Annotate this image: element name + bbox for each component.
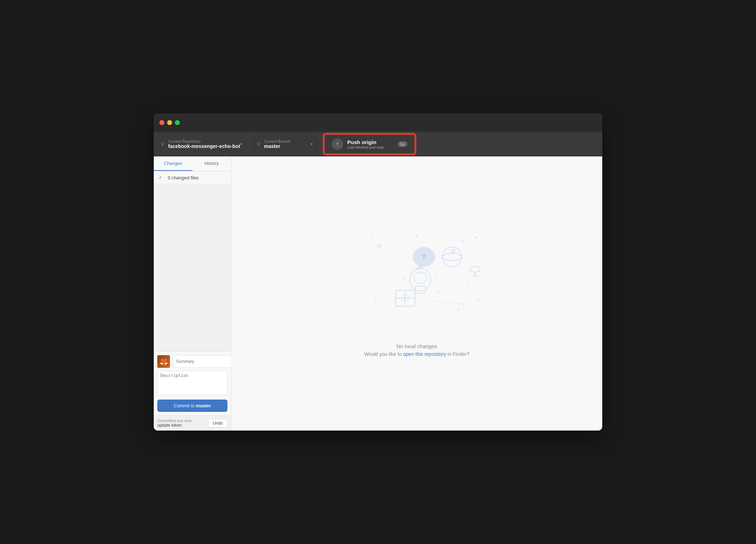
svg-text:+: +: [477, 296, 480, 302]
svg-rect-3: [451, 249, 455, 253]
toolbar: ⑂ Current Repository facebook-messenger-…: [154, 132, 602, 156]
avatar-summary-row: 🦊: [157, 355, 227, 368]
checkbox-icon[interactable]: ✓: [159, 175, 164, 180]
push-count-badge: 1+: [398, 141, 407, 147]
svg-text:?: ?: [421, 252, 426, 261]
current-repository-button[interactable]: ⑂ Current Repository facebook-messenger-…: [154, 132, 250, 156]
push-origin-button[interactable]: ↑ Push origin Last fetched just now 1+: [324, 134, 415, 154]
last-commit-message: update token: [157, 423, 191, 428]
svg-rect-1: [377, 244, 381, 248]
svg-text:◇: ◇: [434, 273, 437, 277]
minimize-button[interactable]: [167, 120, 172, 125]
tab-changes[interactable]: Changes: [154, 156, 193, 171]
current-branch-button[interactable]: ⑂ Current Branch master ▾: [250, 132, 320, 156]
svg-text:◇: ◇: [385, 282, 388, 286]
empty-illustration: × ◇ ◇ ?: [350, 230, 484, 336]
branch-icon: ⑂: [257, 141, 261, 148]
svg-point-8: [442, 253, 462, 260]
svg-rect-13: [415, 286, 426, 293]
commit-area: 🦊 Commit to master: [154, 351, 231, 415]
branch-chevron-icon: ▾: [311, 142, 313, 147]
tab-history[interactable]: History: [193, 156, 231, 171]
last-commit-time: Committed just now: [157, 419, 191, 423]
undo-button[interactable]: Undo: [208, 419, 227, 427]
svg-text:+: +: [457, 307, 460, 313]
push-label-group: Push origin Last fetched just now: [347, 139, 384, 149]
close-button[interactable]: [159, 120, 164, 125]
svg-point-7: [442, 247, 462, 267]
repo-label-group: Current Repository facebook-messenger-ec…: [168, 139, 240, 149]
summary-input[interactable]: [173, 355, 232, 368]
svg-text:◇: ◇: [371, 234, 374, 238]
push-subtitle: Last fetched just now: [347, 145, 384, 149]
repo-name: facebook-messenger-echo-bot: [168, 143, 240, 149]
open-repository-link[interactable]: open this repository: [403, 351, 446, 357]
changed-files-count: 0 changed files: [168, 175, 199, 180]
no-changes-title: No local changes: [364, 343, 470, 349]
svg-point-25: [404, 277, 405, 279]
branch-label-group: Current Branch master: [264, 139, 291, 149]
titlebar: [154, 113, 602, 132]
push-title: Push origin: [347, 139, 384, 145]
last-commit-info: Committed just now update token: [157, 419, 191, 428]
repo-chevron-icon: ▾: [240, 142, 242, 147]
last-commit-bar: Committed just now update token Undo: [154, 415, 231, 431]
branch-label-top: Current Branch: [264, 139, 291, 143]
file-list-empty: [154, 184, 231, 351]
svg-text:+: +: [374, 296, 377, 302]
avatar: 🦊: [157, 355, 170, 368]
sidebar: Changes History ✓ 0 changed files 🦊 Comm…: [154, 156, 231, 431]
repo-icon: ⑂: [161, 141, 165, 148]
content-area: × ◇ ◇ ?: [231, 156, 602, 431]
svg-point-0: [416, 235, 417, 236]
changed-files-row: ✓ 0 changed files: [154, 171, 231, 184]
svg-line-19: [431, 301, 466, 304]
maximize-button[interactable]: [175, 120, 180, 125]
app-window: ⑂ Current Repository facebook-messenger-…: [154, 113, 602, 431]
svg-point-26: [437, 291, 439, 293]
open-repo-prompt: Would you like to open this repository i…: [364, 351, 470, 357]
svg-point-28: [470, 266, 480, 272]
description-input[interactable]: [157, 371, 227, 395]
repo-label-top: Current Repository: [168, 139, 240, 143]
svg-text:◇: ◇: [466, 282, 469, 286]
main-area: Changes History ✓ 0 changed files 🦊 Comm…: [154, 156, 602, 431]
svg-point-2: [462, 240, 463, 242]
commit-button[interactable]: Commit to master: [157, 400, 227, 412]
branch-name: master: [264, 143, 291, 149]
svg-point-14: [414, 272, 427, 284]
traffic-lights: [159, 120, 180, 125]
push-arrow-icon: ↑: [332, 138, 343, 150]
empty-state-text: No local changes Would you like to open …: [364, 343, 470, 357]
svg-text:◇: ◇: [470, 254, 472, 258]
sidebar-tabs: Changes History: [154, 156, 231, 171]
svg-point-12: [410, 268, 431, 291]
svg-text:×: ×: [475, 235, 478, 240]
